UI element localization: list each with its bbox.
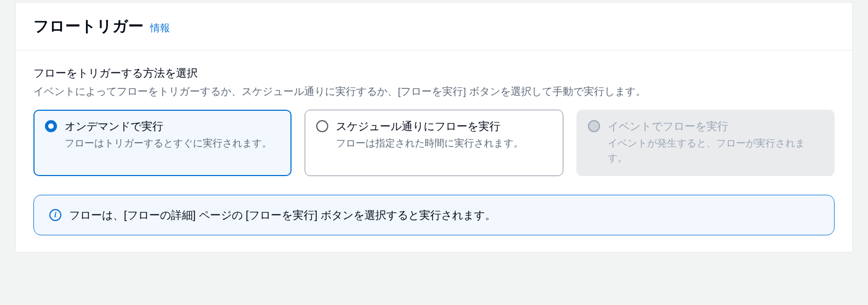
option-event: イベントでフローを実行 イベントが発生すると、フローが実行されます。 [576,110,835,176]
radio-icon [316,120,328,132]
section-description: イベントによってフローをトリガーするか、スケジュール通りに実行するか、[フローを… [33,84,835,100]
option-text: オンデマンドで実行 フローはトリガーするとすぐに実行されます。 [65,119,272,166]
info-box: i フローは、[フローの詳細] ページの [フローを実行] ボタンを選択すると実… [33,195,835,235]
option-description: フローはトリガーするとすぐに実行されます。 [65,136,272,151]
option-scheduled[interactable]: スケジュール通りにフローを実行 フローは指定された時間に実行されます。 [305,110,563,176]
radio-icon [45,120,57,132]
page-container: フロートリガー 情報 フローをトリガーする方法を選択 イベントによってフローをト… [0,0,868,305]
panel-body: フローをトリガーする方法を選択 イベントによってフローをトリガーするか、スケジュ… [16,50,852,252]
option-on-demand[interactable]: オンデマンドで実行 フローはトリガーするとすぐに実行されます。 [33,110,292,176]
option-description: フローは指定された時間に実行されます。 [336,136,523,151]
flow-trigger-panel: フロートリガー 情報 フローをトリガーする方法を選択 イベントによってフローをト… [15,2,853,252]
info-link[interactable]: 情報 [150,21,170,35]
option-text: スケジュール通りにフローを実行 フローは指定された時間に実行されます。 [336,119,523,166]
section-label: フローをトリガーする方法を選択 [33,66,835,81]
option-title: スケジュール通りにフローを実行 [336,119,523,134]
option-title: イベントでフローを実行 [608,119,823,134]
trigger-options: オンデマンドで実行 フローはトリガーするとすぐに実行されます。 スケジュール通り… [33,110,835,176]
info-icon: i [49,209,61,221]
option-text: イベントでフローを実行 イベントが発生すると、フローが実行されます。 [608,119,823,166]
panel-header: フロートリガー 情報 [16,3,852,50]
panel-title: フロートリガー [33,16,144,37]
option-title: オンデマンドで実行 [65,119,272,134]
option-description: イベントが発生すると、フローが実行されます。 [608,136,823,166]
info-box-text: フローは、[フローの詳細] ページの [フローを実行] ボタンを選択すると実行さ… [69,207,496,223]
radio-icon [588,120,600,132]
